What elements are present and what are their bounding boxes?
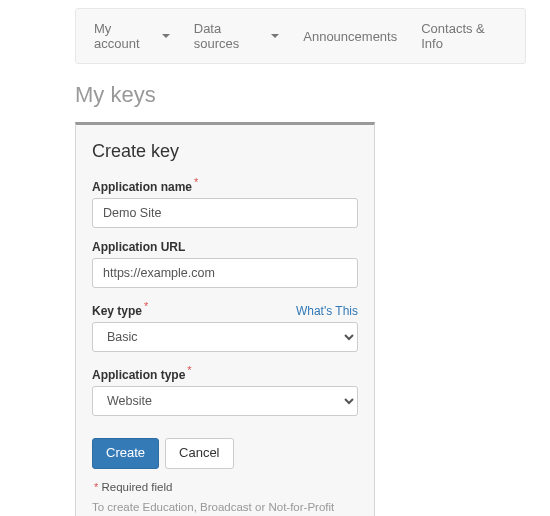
- nav-my-account[interactable]: My account: [94, 21, 170, 51]
- required-note-text: Required field: [101, 481, 172, 493]
- cancel-button[interactable]: Cancel: [165, 438, 233, 469]
- application-url-input[interactable]: [92, 258, 358, 288]
- required-asterisk: *: [94, 481, 98, 493]
- field-key-type: Key type* What's This Basic: [92, 300, 358, 352]
- required-field-note: * Required field: [92, 481, 358, 493]
- label-application-name: Application name*: [92, 176, 358, 194]
- create-button[interactable]: Create: [92, 438, 159, 469]
- field-application-url: Application URL: [92, 240, 358, 288]
- navbar: My account Data sources Announcements Co…: [75, 8, 526, 64]
- label-text: Key type: [92, 304, 142, 318]
- application-type-select[interactable]: Website: [92, 386, 358, 416]
- nav-label: Announcements: [303, 29, 397, 44]
- key-type-select[interactable]: Basic: [92, 322, 358, 352]
- whats-this-link[interactable]: What's This: [296, 304, 358, 318]
- field-application-type: Application type* Website: [92, 364, 358, 416]
- help-text: To create Education, Broadcast or Not-fo…: [92, 499, 358, 516]
- help-text-body: To create Education, Broadcast or Not-fo…: [92, 501, 358, 516]
- label-application-url: Application URL: [92, 240, 358, 254]
- label-application-type: Application type*: [92, 364, 358, 382]
- label-text: Application name: [92, 180, 192, 194]
- panel-title: Create key: [92, 141, 358, 162]
- application-name-input[interactable]: [92, 198, 358, 228]
- required-asterisk: *: [194, 176, 198, 188]
- nav-data-sources[interactable]: Data sources: [194, 21, 280, 51]
- required-asterisk: *: [187, 364, 191, 376]
- nav-label: Contacts & Info: [421, 21, 507, 51]
- field-application-name: Application name*: [92, 176, 358, 228]
- label-key-type: Key type*: [92, 300, 148, 318]
- label-text: Application type: [92, 368, 185, 382]
- required-asterisk: *: [144, 300, 148, 312]
- button-row: Create Cancel: [92, 438, 358, 469]
- page-title: My keys: [75, 82, 550, 108]
- create-key-panel: Create key Application name* Application…: [75, 122, 375, 516]
- nav-announcements[interactable]: Announcements: [303, 21, 397, 51]
- nav-label: My account: [94, 21, 158, 51]
- caret-down-icon: [271, 34, 279, 38]
- nav-label: Data sources: [194, 21, 268, 51]
- nav-contacts-info[interactable]: Contacts & Info: [421, 21, 507, 51]
- caret-down-icon: [162, 34, 170, 38]
